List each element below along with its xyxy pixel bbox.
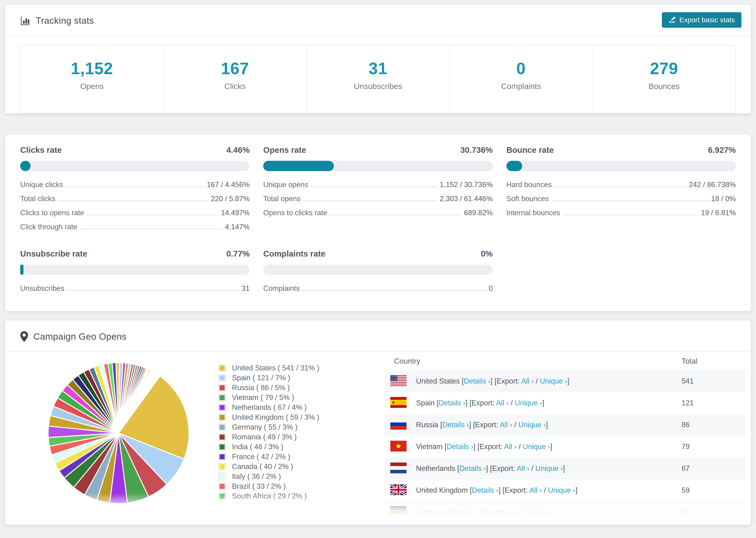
legend-item: Italy ( 36 / 2% ) (218, 471, 319, 481)
table-row-nl: Netherlands [Details ›] [Export: All › /… (385, 457, 746, 479)
table-row-vn: Vietnam [Details ›] [Export: All › / Uni… (385, 436, 746, 457)
dotted-leader (303, 200, 437, 201)
rate-rows: Unique clicks167 / 4.456%Total clicks220… (20, 181, 249, 231)
legend-item: Brazil ( 33 / 2% ) (218, 481, 319, 491)
country-cell: Spain [Details ›] [Export: All › / Uniqu… (416, 399, 544, 407)
rate-progressbar (20, 265, 249, 275)
total-cell: 67 (681, 464, 689, 473)
rate-value: 0% (481, 249, 493, 258)
rate-progressbar (507, 161, 736, 171)
export-icon (669, 16, 676, 24)
rate-row-value: 14.497% (221, 209, 249, 217)
rate-row: Clicks to opens rate14.497% (20, 209, 249, 217)
dotted-leader (58, 200, 208, 201)
rate-head: Bounce rate6.927% (507, 145, 736, 155)
rate-rows: Unsubscribes31 (20, 284, 249, 293)
rate-head: Opens rate30.736% (263, 145, 493, 155)
stats-row: 1,152Opens167Clicks31Unsubscribes0Compla… (20, 45, 736, 113)
dotted-leader (80, 229, 222, 229)
export-basic-stats-label: Export basic stats (679, 16, 735, 24)
legend-label: Netherlands ( 67 / 4% ) (232, 403, 307, 412)
export-unique-link-es[interactable]: Unique › (514, 399, 542, 407)
export-all-link-gb[interactable]: All › (529, 486, 542, 494)
legend-swatch (218, 394, 226, 402)
rate-value: 0.77% (226, 249, 249, 258)
stat-label: Unsubscribes (307, 82, 449, 91)
legend-label: Germany ( 55 / 3% ) (232, 423, 297, 431)
rate-value: 30.736% (460, 145, 493, 155)
rate-row: Unsubscribes31 (20, 284, 249, 293)
details-link-nl[interactable]: Details › (459, 464, 486, 472)
export-unique-link-de[interactable]: Unique › (526, 508, 554, 516)
rate-title: Complaints rate (263, 249, 325, 258)
geo-table-body: United States [Details ›] [Export: All ›… (385, 370, 746, 523)
legend-swatch (218, 433, 226, 441)
details-link-us[interactable]: Details › (464, 377, 490, 385)
rate-row-label: Unique clicks (20, 181, 63, 189)
rate-row-value: 1,152 / 30.736% (440, 181, 493, 189)
country-cell: Netherlands [Details ›] [Export: All › /… (416, 464, 565, 473)
legend-swatch (218, 423, 226, 431)
legend-label: Vietnam ( 79 / 5% ) (232, 394, 294, 402)
geo-opens-pie-chart[interactable] (45, 359, 192, 507)
total-cell: 59 (681, 486, 689, 495)
rate-head: Unsubscribe rate0.77% (20, 249, 249, 258)
legend-item: United Kingdom ( 59 / 3% ) (218, 412, 319, 422)
rate-row-value: 18 / 0% (711, 194, 736, 203)
export-all-link-de[interactable]: All › (507, 508, 520, 516)
rate-row-label: Opens to clicks rate (263, 209, 327, 217)
export-all-link-es[interactable]: All › (496, 399, 509, 407)
table-row-us: United States [Details ›] [Export: All ›… (385, 370, 746, 392)
flag-ru-icon (390, 419, 406, 431)
legend-label: France ( 42 / 2% ) (232, 453, 290, 461)
country-cell: United States [Details ›] [Export: All ›… (416, 377, 569, 385)
export-all-link-ru[interactable]: All › (500, 421, 512, 429)
rate-progressbar-fill (20, 265, 24, 275)
rate-row-value: 19 / 6.81% (701, 209, 736, 217)
dotted-leader (66, 187, 204, 187)
export-unique-link-vn[interactable]: Unique › (523, 443, 550, 451)
rate-block-bounce-rate: Bounce rate6.927%Hard bounces242 / 86.73… (507, 145, 736, 231)
details-link-gb[interactable]: Details › (472, 486, 499, 494)
pie-legend: United States ( 541 / 31% )Spain ( 121 /… (218, 363, 319, 501)
rate-row: Soft bounces18 / 0% (507, 194, 736, 203)
stat-cell: 0Complaints (449, 45, 592, 113)
export-all-link-nl[interactable]: All › (517, 464, 529, 472)
rate-block-unsubscribe-rate: Unsubscribe rate0.77%Unsubscribes31 (20, 249, 249, 293)
legend-swatch (218, 483, 226, 490)
rate-title: Bounce rate (507, 145, 554, 155)
stat-cell: 1,152Opens (21, 45, 163, 113)
export-all-link-vn[interactable]: All › (504, 443, 516, 451)
export-unique-link-nl[interactable]: Unique › (535, 464, 563, 472)
export-unique-link-us[interactable]: Unique › (540, 377, 567, 385)
legend-item: South Africa ( 29 / 2% ) (218, 491, 319, 501)
legend-swatch (218, 473, 226, 480)
export-basic-stats-button[interactable]: Export basic stats (662, 12, 741, 28)
stat-label: Opens (21, 82, 163, 91)
export-all-link-us[interactable]: All › (521, 377, 534, 385)
legend-label: South Africa ( 29 / 2% ) (232, 492, 307, 501)
legend-item: Germany ( 55 / 3% ) (218, 422, 319, 432)
rate-row-label: Unique opens (263, 181, 308, 189)
rate-row-value: 4.147% (225, 223, 249, 231)
details-link-vn[interactable]: Details › (447, 443, 473, 451)
rate-row-value: 31 (242, 284, 249, 293)
rate-progressbar (263, 161, 493, 171)
rate-head: Complaints rate0% (263, 249, 493, 258)
rate-row: Opens to clicks rate689.82% (263, 209, 493, 217)
legend-swatch (218, 374, 226, 382)
legend-label: United Kingdom ( 59 / 3% ) (232, 413, 319, 422)
export-unique-link-gb[interactable]: Unique › (548, 486, 575, 494)
details-link-es[interactable]: Details › (439, 399, 465, 407)
geo-opens-card: Campaign Geo Opens United States ( 541 /… (5, 320, 751, 525)
legend-swatch (218, 463, 226, 470)
map-pin-icon (20, 331, 28, 342)
flag-de-icon (390, 506, 406, 518)
export-unique-link-ru[interactable]: Unique › (518, 421, 546, 429)
rate-row: Complaints0 (263, 284, 493, 293)
details-link-ru[interactable]: Details › (442, 421, 469, 429)
details-link-de[interactable]: Details › (450, 508, 477, 516)
stat-cell: 31Unsubscribes (306, 45, 449, 113)
legend-swatch (218, 404, 226, 411)
rate-rows: Hard bounces242 / 86.738%Soft bounces18 … (507, 181, 736, 217)
